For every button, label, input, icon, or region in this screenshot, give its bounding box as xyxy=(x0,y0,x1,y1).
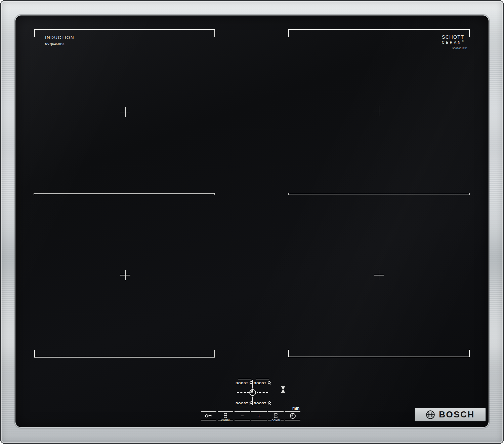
bosch-armature-icon xyxy=(426,410,435,419)
double-chevron-up-icon xyxy=(249,401,253,405)
combi-button-right[interactable]: COMBI xyxy=(268,411,284,420)
touch-control-strip: COMBI − + xyxy=(201,411,300,420)
combi-label: COMBI xyxy=(221,419,230,421)
zone-divider-left xyxy=(34,193,215,194)
schott-ceran-line2: CERAN® xyxy=(442,40,464,44)
combi-button-left[interactable]: COMBI xyxy=(218,411,233,420)
product-photo-bosch-induction-hob: INDUCTION NVQ645CB6 SCHOTT CERAN® 900160… xyxy=(0,0,504,444)
strip-line xyxy=(251,420,267,420)
timer-button[interactable] xyxy=(285,411,300,420)
timer-clock-icon[interactable] xyxy=(249,388,257,397)
key-lock-icon xyxy=(201,412,216,420)
boost-zone-line xyxy=(256,407,269,407)
double-chevron-up-icon xyxy=(267,381,271,385)
zone-center-cross-icon xyxy=(374,270,384,280)
power-minus-button[interactable]: − xyxy=(235,411,250,420)
boost-label: BOOST xyxy=(254,381,266,385)
minus-icon: − xyxy=(235,412,250,420)
zone-bracket-bottom-left xyxy=(34,350,215,358)
strip-line xyxy=(268,420,271,420)
zone-divider-right xyxy=(288,194,470,194)
double-chevron-up-icon xyxy=(249,381,253,385)
combi-label: COMBI xyxy=(271,419,280,421)
boost-button-front-left[interactable]: BOOST xyxy=(236,381,253,385)
zone-center-cross-icon xyxy=(120,270,130,280)
combi-bridge-icon xyxy=(218,412,233,419)
zone-center-cross-icon xyxy=(374,106,384,116)
boost-label: BOOST xyxy=(236,401,248,405)
induction-label: INDUCTION xyxy=(45,35,74,40)
ceramic-glass-surface: INDUCTION NVQ645CB6 SCHOTT CERAN® 900160… xyxy=(15,15,489,427)
boost-zone-line xyxy=(256,379,269,379)
registered-mark: ® xyxy=(462,40,464,42)
boost-zone-line xyxy=(238,407,251,407)
boost-label: BOOST xyxy=(236,381,248,385)
part-number: 9001601751 xyxy=(452,47,468,50)
bosch-logo-plate: BOSCH xyxy=(415,408,486,421)
hourglass-icon xyxy=(281,386,286,393)
model-number: NVQ645CB6 xyxy=(45,42,74,46)
boost-button-front-right[interactable]: BOOST xyxy=(254,381,271,385)
combi-bridge-icon xyxy=(268,412,284,419)
strip-line xyxy=(235,420,250,420)
timer-minutes-label: min xyxy=(292,406,299,411)
key-lock-button[interactable] xyxy=(201,411,216,420)
combi-label-row: COMBI xyxy=(268,419,284,421)
strip-line xyxy=(281,420,284,420)
strip-line xyxy=(285,420,300,420)
boost-button-rear-right[interactable]: BOOST xyxy=(254,401,271,405)
timer-clock-icon xyxy=(285,412,300,420)
bosch-wordmark: BOSCH xyxy=(439,409,474,420)
schott-ceran-logo: SCHOTT CERAN® xyxy=(442,35,464,44)
strip-line xyxy=(201,420,216,420)
boost-button-rear-left[interactable]: BOOST xyxy=(236,401,253,405)
zone-bracket-bottom-right xyxy=(288,350,470,357)
power-plus-button[interactable]: + xyxy=(251,411,267,420)
double-chevron-up-icon xyxy=(267,401,271,405)
zone-center-cross-icon xyxy=(120,107,130,117)
timer-dash-line-right xyxy=(256,392,268,393)
boost-label: BOOST xyxy=(254,401,266,405)
schott-ceran-line1: SCHOTT xyxy=(442,35,464,40)
boost-zone-line xyxy=(238,379,251,379)
schott-ceran-line2-text: CERAN xyxy=(442,40,462,44)
strip-line xyxy=(218,420,221,420)
strip-line xyxy=(230,420,233,420)
plus-icon: + xyxy=(251,412,267,420)
timer-dash-line-left xyxy=(237,392,249,393)
combi-label-row: COMBI xyxy=(218,419,233,421)
